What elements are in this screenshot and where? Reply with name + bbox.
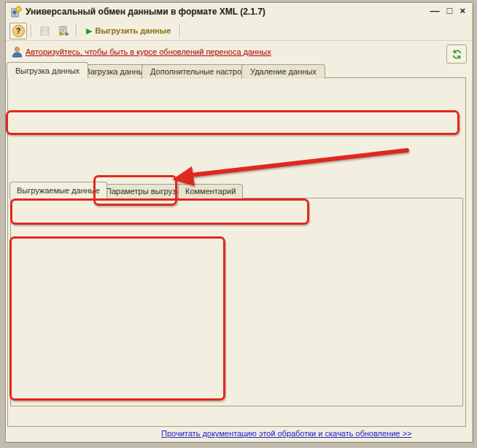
save-icon [39,26,50,36]
window-icon [10,6,22,18]
refresh-updates-button[interactable] [446,45,467,63]
toolbar-separator [179,24,181,37]
window-title: Универсальный обмен данными в формате XM… [26,7,265,17]
save-settings-button[interactable] [36,23,53,39]
maximize-button[interactable]: □ [447,5,453,16]
main-toolbar: ? ▶ Выгрузить д [6,21,473,41]
tab-export-data[interactable]: Выгрузка данных [7,62,88,79]
minimize-button[interactable]: — [430,5,440,16]
refresh-icon [451,49,462,60]
load-settings-button[interactable] [55,23,72,39]
tab-comment[interactable]: Комментарий [178,184,243,198]
tab-export-parameters[interactable]: Параметры выгрузки [98,184,191,198]
close-button[interactable]: × [459,5,465,16]
load-icon [58,26,69,36]
help-button[interactable]: ? [9,23,27,39]
title-bar: Универсальный обмен данными в формате XM… [6,3,473,21]
user-icon [12,46,23,58]
exported-data-panel [10,198,463,406]
tab-delete-data[interactable]: Удаление данных [241,64,325,79]
toolbar-separator [31,24,32,37]
app-window: Универсальный обмен данными в формате XM… [5,2,473,443]
authorize-link[interactable]: Авторизуйтесь, чтобы быть в курсе обновл… [26,47,271,56]
screen: Универсальный обмен данными в формате XM… [0,0,477,448]
run-export-label: Выгрузить данные [95,26,171,35]
tab-exported-data[interactable]: Выгружаемые данные [9,182,107,198]
documentation-link[interactable]: Прочитать документацию этой обработки и … [161,429,411,438]
help-icon: ? [12,25,25,37]
play-icon: ▶ [86,26,92,36]
run-export-button[interactable]: ▶ Выгрузить данные [81,23,176,39]
toolbar-separator [76,24,77,37]
